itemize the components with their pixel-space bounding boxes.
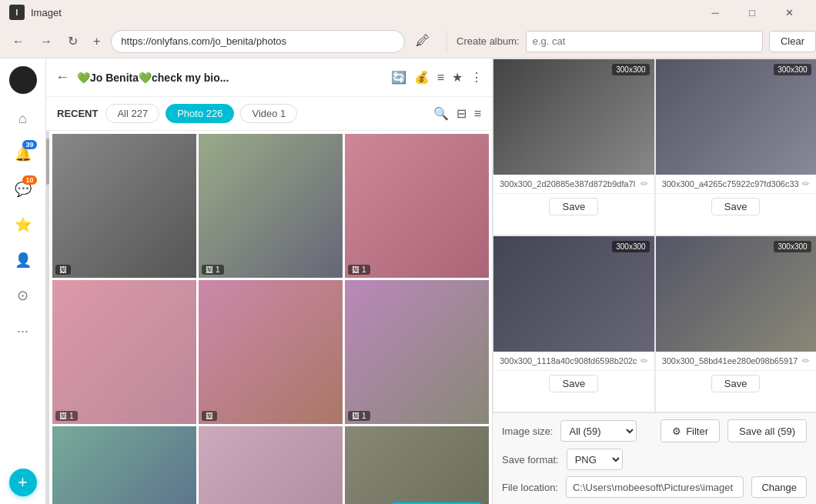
close-button[interactable]: ✕	[771, 0, 807, 25]
photo-item[interactable]	[52, 426, 196, 504]
photo-overlay: 🖼	[202, 411, 217, 421]
right-panel: 300x300 300x300_2d20885e387d872b9dfa7l ✏…	[493, 58, 816, 504]
change-button[interactable]: Change	[751, 476, 807, 498]
profile-icon: 👤	[15, 252, 32, 269]
image-card-save: Save	[493, 371, 654, 396]
profile-dollar-button[interactable]: 💰	[414, 70, 430, 85]
refresh-button[interactable]: ↻	[63, 31, 82, 52]
discover-icon: ⊙	[17, 287, 28, 304]
photo-item[interactable]: 🖼 1	[345, 280, 489, 424]
image-card-info: 300x300_58bd41ee280e098b65917 ✏	[656, 352, 816, 371]
photo-item[interactable]: 🖼 1	[52, 280, 196, 424]
main-layout: ⌂ 🔔 39 💬 10 ⭐ 👤 ⊙ ··· + ← 💚Jo Benita💚che…	[0, 58, 816, 504]
save-all-button[interactable]: Save all (59)	[727, 419, 807, 442]
view-button[interactable]: ⊟	[456, 106, 467, 121]
profile-header: ← 💚Jo Benita💚check my bio... 🔄 💰 ≡ ★ ⋮	[46, 58, 492, 97]
filter-button[interactable]: ⚙ Filter	[660, 419, 720, 442]
image-icon: 🖼	[206, 412, 213, 420]
profile-star-button[interactable]: ★	[452, 70, 463, 85]
profile-sync-button[interactable]: 🔄	[391, 70, 406, 85]
sidebar-item-profile[interactable]: 👤	[8, 245, 38, 275]
photo-count: 1	[69, 412, 74, 420]
photo-overlay: 🖼 1	[348, 411, 370, 421]
sidebar-item-messages[interactable]: 💬 10	[8, 174, 38, 205]
sidebar-item-favorites[interactable]: ⭐	[8, 209, 38, 240]
search-button[interactable]: 🔍	[433, 106, 449, 121]
image-card: 300x300 300x300_a4265c75922c97fd306c33 ✏…	[655, 58, 816, 235]
image-card-save: Save	[493, 194, 654, 219]
scroll-thumb	[46, 139, 49, 185]
tab-photo[interactable]: Photo 226	[166, 104, 234, 123]
content-pane: ← 💚Jo Benita💚check my bio... 🔄 💰 ≡ ★ ⋮ R…	[46, 58, 493, 504]
titlebar-left: I Imaget	[9, 5, 62, 20]
scroll-indicator[interactable]	[46, 131, 49, 504]
image-size-select[interactable]: All (59) 300x300 600x600 1080x1080	[560, 420, 637, 442]
image-size-label: Image size:	[502, 426, 553, 437]
minimize-button[interactable]: ─	[697, 0, 733, 25]
new-tab-button[interactable]: +	[89, 32, 105, 52]
address-bar[interactable]	[111, 30, 405, 53]
image-card: 300x300 300x300_58bd41ee280e098b65917 ✏ …	[655, 235, 816, 412]
save-format-label: Save format:	[502, 454, 559, 466]
save-button[interactable]: Save	[549, 198, 598, 215]
avatar	[9, 66, 37, 94]
app-icon: I	[9, 5, 25, 20]
image-size-badge: 300x300	[774, 64, 811, 75]
photo-item[interactable]: Stop Click Auto Scroll	[345, 426, 489, 504]
filter-icon: ⚙	[672, 426, 681, 437]
forward-button[interactable]: →	[35, 32, 57, 52]
photo-item[interactable]: 🖼 1	[345, 134, 489, 278]
sidebar-item-more[interactable]: ···	[8, 315, 38, 346]
profile-more-button[interactable]: ⋮	[470, 70, 483, 85]
file-location-label: File location:	[502, 482, 558, 493]
file-path-input[interactable]	[566, 476, 744, 498]
photo-item[interactable]: 🖼 1	[199, 134, 343, 278]
image-card-info: 300x300_2d20885e387d872b9dfa7l ✏	[493, 175, 654, 194]
image-card: 300x300 300x300_2d20885e387d872b9dfa7l ✏…	[493, 58, 655, 235]
photo-item[interactable]: 🖼	[199, 280, 343, 424]
sort-button[interactable]: ≡	[474, 107, 481, 121]
tabs-row: RECENT All 227 Photo 226 Video 1 🔍 ⊟ ≡	[46, 97, 492, 131]
save-button[interactable]: Save	[711, 198, 761, 215]
save-format-row: Save format: PNG JPG WEBP	[502, 449, 807, 470]
image-icon: 🖼	[352, 412, 360, 420]
save-button[interactable]: Save	[711, 375, 761, 392]
browser-bar: ← → ↻ + 🖉 Create album: Clear	[0, 25, 816, 58]
maximize-button[interactable]: □	[734, 0, 770, 25]
clear-button[interactable]: Clear	[769, 31, 816, 52]
edit-icon[interactable]: ✏	[802, 355, 810, 366]
sidebar-item-home[interactable]: ⌂	[8, 103, 38, 134]
extensions-button[interactable]: 🖉	[411, 30, 434, 52]
star-icon: ⭐	[15, 216, 32, 233]
filter-label: Filter	[686, 426, 708, 437]
profile-menu-button[interactable]: ≡	[437, 71, 444, 85]
profile-name: 💚Jo Benita💚check my bio...	[77, 72, 383, 84]
add-button[interactable]: +	[9, 469, 37, 496]
save-format-select[interactable]: PNG JPG WEBP	[567, 449, 623, 470]
photo-overlay: 🖼 1	[202, 265, 224, 275]
sidebar-item-notifications[interactable]: 🔔 39	[8, 139, 38, 169]
image-icon: 🖼	[59, 265, 67, 274]
tabs-title: RECENT	[57, 108, 98, 119]
photo-item[interactable]	[199, 426, 343, 504]
profile-back-button[interactable]: ←	[55, 69, 69, 85]
image-card-save: Save	[656, 371, 816, 396]
titlebar: I Imaget ─ □ ✕	[0, 0, 816, 25]
edit-icon[interactable]: ✏	[640, 179, 648, 189]
save-button[interactable]: Save	[549, 375, 598, 392]
photo-count: 1	[362, 412, 366, 420]
edit-icon[interactable]: ✏	[802, 179, 810, 189]
album-input[interactable]	[526, 31, 763, 52]
photo-item[interactable]: 🖼	[52, 134, 196, 278]
image-card-save: Save	[656, 194, 816, 219]
image-card-info: 300x300_1118a40c908fd6598b202c ✏	[493, 352, 654, 371]
back-button[interactable]: ←	[8, 32, 29, 52]
titlebar-controls: ─ □ ✕	[697, 0, 807, 25]
photo-count: 1	[216, 265, 220, 274]
sidebar-item-discover[interactable]: ⊙	[8, 280, 38, 311]
tab-all[interactable]: All 227	[105, 104, 159, 123]
image-size-row: Image size: All (59) 300x300 600x600 108…	[502, 419, 807, 442]
messages-badge: 10	[22, 175, 36, 185]
edit-icon[interactable]: ✏	[640, 355, 648, 366]
tab-video[interactable]: Video 1	[240, 104, 297, 123]
